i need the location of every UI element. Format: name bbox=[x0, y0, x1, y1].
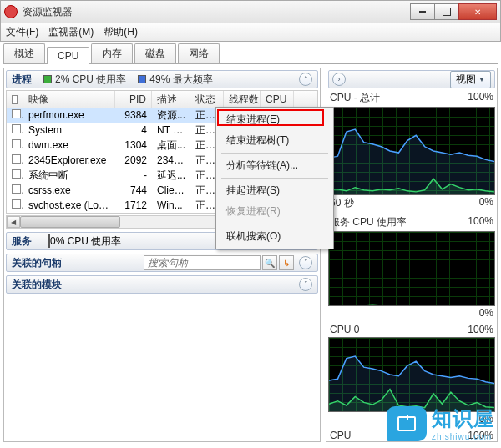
maximize-button[interactable] bbox=[434, 3, 459, 20]
titlebar: 资源监视器 bbox=[0, 0, 501, 23]
cell-pid: 744 bbox=[115, 184, 152, 197]
right-header: › 视图 bbox=[328, 70, 495, 88]
minimize-button[interactable] bbox=[410, 3, 435, 20]
tab-overview[interactable]: 概述 bbox=[3, 43, 45, 63]
window-title: 资源监视器 bbox=[23, 5, 411, 19]
view-dropdown[interactable]: 视图 bbox=[450, 71, 491, 88]
watermark: 知识屋 zhishiwu.com bbox=[387, 405, 494, 441]
collapse-icon[interactable]: ˄ bbox=[299, 73, 312, 86]
col-cpu[interactable]: CPU bbox=[261, 91, 294, 108]
cell-pid: - bbox=[115, 169, 152, 182]
graph-title-row: CPU 0100% bbox=[328, 324, 495, 337]
graph-title: CPU - 总计 bbox=[330, 91, 380, 105]
square-green-icon bbox=[43, 75, 52, 83]
graph-block: CPU - 总计100%60 秒0% bbox=[328, 91, 495, 210]
watermark-logo-icon bbox=[387, 406, 427, 441]
row-checkbox[interactable] bbox=[7, 199, 23, 212]
tab-network[interactable]: 网络 bbox=[178, 43, 220, 63]
col-threads[interactable]: 线程数 bbox=[224, 91, 261, 108]
expand-icon[interactable]: ˅ bbox=[299, 278, 312, 291]
handles-search: 🔍 ↳ bbox=[144, 255, 294, 270]
close-button[interactable] bbox=[458, 3, 497, 20]
cell-pid: 1712 bbox=[115, 199, 152, 212]
graph-title: CPU bbox=[330, 430, 351, 440]
ctx-search-online[interactable]: 联机搜索(O) bbox=[218, 226, 331, 247]
cell-pid: 9384 bbox=[115, 108, 152, 122]
col-status[interactable]: 状态 bbox=[190, 91, 224, 108]
graph-block: 服务 CPU 使用率100%0% bbox=[328, 215, 495, 319]
cell-desc: Win... bbox=[152, 199, 190, 212]
legend-max-freq: 49% 最大频率 bbox=[138, 73, 212, 87]
tabs: 概述 CPU 内存 磁盘 网络 bbox=[3, 44, 498, 64]
modules-label: 关联的模块 bbox=[12, 278, 62, 292]
row-checkbox[interactable] bbox=[7, 138, 23, 152]
services-label: 服务 bbox=[12, 234, 32, 249]
watermark-text: 知识屋 zhishiwu.com bbox=[432, 405, 494, 441]
collapse-left-icon[interactable]: › bbox=[332, 73, 346, 86]
expand-icon[interactable]: ˅ bbox=[299, 256, 312, 269]
col-desc[interactable]: 描述 bbox=[152, 91, 190, 108]
row-checkbox[interactable] bbox=[7, 154, 23, 167]
row-checkbox[interactable] bbox=[7, 123, 23, 137]
cell-desc: 延迟... bbox=[152, 168, 190, 184]
square-blue-icon bbox=[138, 75, 146, 83]
search-next-icon[interactable]: ↳ bbox=[279, 255, 294, 270]
window-buttons bbox=[411, 3, 497, 20]
menu-help[interactable]: 帮助(H) bbox=[104, 25, 138, 39]
handles-label: 关联的句柄 bbox=[12, 256, 62, 270]
context-menu: 结束进程(E) 结束进程树(T) 分析等待链(A)... 挂起进程(S) 恢复进… bbox=[215, 107, 334, 249]
cell-image: 2345Explorer.exe bbox=[23, 154, 115, 167]
scroll-left-icon[interactable]: ◀ bbox=[7, 216, 20, 228]
search-input[interactable] bbox=[144, 255, 261, 270]
col-checkbox[interactable] bbox=[7, 91, 23, 108]
graph-canvas bbox=[328, 107, 495, 195]
graph-canvas bbox=[328, 337, 495, 412]
graph-title-row: 服务 CPU 使用率100% bbox=[328, 215, 495, 231]
ctx-end-process[interactable]: 结束进程(E) bbox=[218, 109, 331, 130]
ctx-wait-chain[interactable]: 分析等待链(A)... bbox=[218, 155, 331, 176]
modules-header[interactable]: 关联的模块 ˅ bbox=[6, 275, 318, 294]
tab-memory[interactable]: 内存 bbox=[91, 43, 133, 63]
cell-image: perfmon.exe bbox=[23, 108, 115, 122]
processes-header[interactable]: 进程 2% CPU 使用率 49% 最大频率 ˄ bbox=[6, 70, 318, 88]
handles-header[interactable]: 关联的句柄 🔍 ↳ ˅ bbox=[6, 254, 318, 272]
row-checkbox[interactable] bbox=[7, 184, 23, 197]
separator bbox=[221, 178, 328, 179]
row-checkbox[interactable] bbox=[7, 169, 23, 182]
cell-pid: 2092 bbox=[115, 154, 152, 167]
right-panel: › 视图 CPU - 总计100%60 秒0%服务 CPU 使用率100%0%C… bbox=[326, 68, 498, 442]
graphs-container: CPU - 总计100%60 秒0%服务 CPU 使用率100%0%CPU 01… bbox=[328, 91, 495, 440]
cell-image: svchost.exe (Local... bbox=[23, 199, 115, 212]
graph-max: 100% bbox=[468, 91, 493, 105]
scroll-thumb[interactable] bbox=[20, 216, 120, 228]
menu-monitor[interactable]: 监视器(M) bbox=[48, 25, 94, 39]
graph-footer: 0% bbox=[328, 306, 495, 319]
separator bbox=[221, 224, 328, 224]
tab-disk[interactable]: 磁盘 bbox=[134, 43, 176, 63]
graph-max: 100% bbox=[468, 215, 493, 229]
cell-pid: 4 bbox=[115, 123, 152, 137]
menubar: 文件(F) 监视器(M) 帮助(H) bbox=[0, 23, 501, 42]
cell-desc: 2345... bbox=[152, 154, 190, 167]
graph-title: CPU 0 bbox=[330, 324, 359, 335]
legend-cpu-usage: 2% CPU 使用率 bbox=[43, 73, 126, 87]
processes-label: 进程 bbox=[12, 73, 32, 87]
graph-footer: 60 秒0% bbox=[328, 195, 495, 210]
col-image[interactable]: 映像 bbox=[23, 91, 115, 108]
cell-desc: 资源... bbox=[152, 108, 190, 123]
ctx-suspend[interactable]: 挂起进程(S) bbox=[218, 180, 331, 201]
tab-cpu[interactable]: CPU bbox=[47, 47, 89, 64]
cell-desc: Clien... bbox=[152, 184, 190, 197]
menu-file[interactable]: 文件(F) bbox=[6, 25, 38, 39]
col-pid[interactable]: PID bbox=[115, 91, 152, 108]
app-icon bbox=[4, 5, 18, 18]
search-icon[interactable]: 🔍 bbox=[262, 255, 277, 270]
row-checkbox[interactable] bbox=[7, 108, 23, 122]
ctx-end-tree[interactable]: 结束进程树(T) bbox=[218, 130, 331, 151]
cell-image: 系统中断 bbox=[23, 168, 115, 184]
graph-max: 100% bbox=[468, 324, 493, 335]
separator bbox=[221, 153, 328, 154]
cell-pid: 1304 bbox=[115, 138, 152, 152]
cell-image: dwm.exe bbox=[23, 138, 115, 152]
cell-image: csrss.exe bbox=[23, 184, 115, 197]
